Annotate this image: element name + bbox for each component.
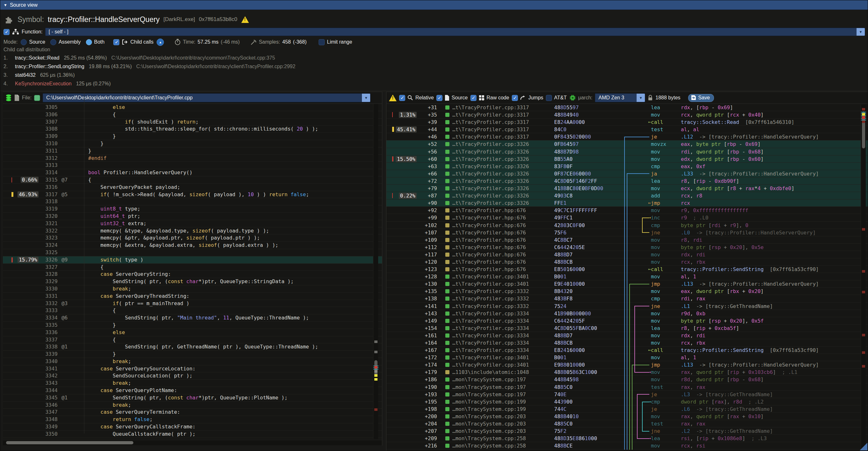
line-number[interactable]: 3331 [39, 293, 59, 300]
asm-row[interactable]: +164…t\TracyProfiler.cpp:3334488BCBmovrc… [386, 339, 868, 347]
line-number[interactable]: 3308 [39, 125, 59, 133]
line-number[interactable]: 3340 [39, 358, 59, 365]
mode-option-source[interactable]: Source [21, 39, 45, 45]
asm-source-location[interactable]: …t\TracyProfiler.cpp:3401 [452, 273, 538, 280]
source-line[interactable]: 3322 memcpy( &type, &payload.type, sizeo… [3, 228, 382, 235]
asm-source-location[interactable]: …t\TracyProfiler.hpp:676 [452, 251, 538, 258]
asm-row[interactable]: +66…t\TracyProfiler.cpp:33260F87CE060000… [386, 170, 868, 177]
asm-source-location[interactable]: …mon\TracySystem.cpp:199 [452, 398, 538, 405]
line-number[interactable]: 3306 [39, 111, 59, 119]
child-call-row[interactable]: 4.KeSynchronizeExecution125 μs (0.27%) [3, 80, 296, 87]
asm-row[interactable]: +39…t\TracyProfiler.cpp:3317E824AA0000←c… [386, 119, 868, 126]
asm-source-location[interactable]: …mon\TracySystem.cpp:203 [452, 413, 538, 420]
source-line[interactable]: 15.79%3326@9 switch( type ) [3, 257, 382, 264]
asm-source-location[interactable]: …mon\TracySystem.cpp:197 [452, 391, 538, 398]
source-line[interactable]: 3321 uint32_t extra; [3, 220, 382, 228]
asm-source-location[interactable]: …t\TracyProfiler.hpp:676 [452, 258, 538, 266]
line-number[interactable]: 3310 [39, 140, 59, 147]
source-line[interactable]: 3347 case ServerQueryTerminate: [3, 409, 382, 416]
source-line[interactable]: 3341 case ServerQuerySourceLocation: [3, 365, 382, 373]
asm-source-location[interactable]: …t\TracyProfiler.cpp:3317 [452, 133, 538, 141]
asm-row[interactable]: +193…mon\TracySystem.cpp:197740Eje.L3 ->… [386, 391, 868, 398]
source-checkbox[interactable] [436, 95, 442, 101]
line-number[interactable]: 3316 [39, 184, 59, 191]
asm-row[interactable]: 0.22%+87…t\TracyProfiler.cpp:33264903C8a… [386, 192, 868, 200]
line-number[interactable]: 3327 [39, 264, 59, 271]
asm-row[interactable]: +120…t\TracyProfiler.hpp:676488BCBmovrcx… [386, 258, 868, 266]
line-number[interactable]: 3321 [39, 220, 59, 228]
source-line[interactable]: 3334@6 SendString( ptr, "Main thread", 1… [3, 314, 382, 322]
asm-row[interactable]: +99…t\TracyProfiler.hpp:67649FFC1→incr9 … [386, 214, 868, 221]
asm-row[interactable]: +190…mon\TracySystem.cpp:1974885C0testra… [386, 384, 868, 391]
jumps-toggle[interactable]: Jumps [512, 95, 543, 101]
asm-source-location[interactable]: …t\TracyProfiler.cpp:3326 [452, 192, 538, 200]
asm-source-location[interactable]: …mon\TracySystem.cpp:197 [452, 384, 538, 391]
asm-row[interactable]: +174…t\TracyProfiler.cpp:3401E9B8010000j… [386, 361, 868, 368]
source-line[interactable]: 3316 ServerQueryPacket payload; [3, 184, 382, 191]
att-checkbox[interactable] [546, 95, 552, 101]
asm-row[interactable]: +138…t\TracyProfiler.cpp:3332483BF8cmprd… [386, 295, 868, 302]
source-line[interactable]: 3332@3 if( ptr == m_mainThread ) [3, 300, 382, 307]
asm-source-location[interactable]: …t\TracyProfiler.cpp:3332 [452, 288, 538, 295]
asm-row[interactable]: +186…mon\TracySystem.cpp:197448B4598movr… [386, 376, 868, 383]
child-call-row[interactable]: 3.stat64i32625 μs (1.36%) [3, 72, 296, 78]
source-line[interactable]: 3343 break; [3, 380, 382, 387]
asm-row[interactable]: +143…t\TracyProfiler.cpp:333441B90B00000… [386, 310, 868, 317]
jumps-checkbox[interactable] [512, 95, 518, 101]
asm-source-location[interactable]: …t\TracyProfiler.cpp:3317 [452, 104, 538, 111]
limit-range-checkbox[interactable] [319, 39, 325, 45]
asm-source-location[interactable]: …t\TracyProfiler.cpp:3401 [452, 361, 538, 368]
asm-row[interactable]: +63…t\TracyProfiler.cpp:332683F80Fcmpeax… [386, 163, 868, 170]
source-line[interactable]: 3344 case ServerQueryPlotName: [3, 387, 382, 394]
asm-source-location[interactable]: …t\TracyProfiler.hpp:676 [452, 266, 538, 273]
asm-row[interactable]: +112…t\TracyProfiler.hpp:676C64424205Emo… [386, 244, 868, 251]
source-line[interactable]: 3348 return false; [3, 416, 382, 423]
asm-source-location[interactable]: …t\TracyProfiler.cpp:3334 [452, 347, 538, 354]
asm-row[interactable]: +128…t\TracyProfiler.cpp:3401B001moval, … [386, 273, 868, 280]
source-line[interactable]: 3340 break; [3, 358, 382, 365]
asm-source-location[interactable]: …mon\TracySystem.cpp:258 [452, 435, 538, 442]
line-number[interactable]: 3325 [39, 249, 59, 257]
asm-source-location[interactable]: …t\TracyProfiler.cpp:3326 [452, 170, 538, 177]
source-line[interactable]: 3350 QueueCallstackFrame( ptr ); [3, 431, 382, 438]
source-horizontal-scrollbar[interactable] [3, 440, 382, 445]
asm-source-location[interactable]: …t\TracyProfiler.cpp:3326 [452, 177, 538, 185]
asm-row[interactable]: +161…t\TracyProfiler.cpp:3334488BD7movrd… [386, 332, 868, 339]
asm-source-location[interactable]: …t\TracyProfiler.cpp:3401 [452, 280, 538, 288]
uarch-dropdown[interactable]: AMD Zen 3 ▼ [595, 93, 645, 102]
source-line[interactable]: 3335 } [3, 322, 382, 329]
line-number[interactable]: 3347 [39, 409, 59, 416]
source-line[interactable]: 3337 { [3, 336, 382, 344]
asm-source-location[interactable]: …t\TracyProfiler.cpp:3334 [452, 332, 538, 339]
function-dropdown[interactable]: [ - self - ] ▼ [45, 28, 865, 36]
line-number[interactable]: 3346 [39, 402, 59, 409]
line-number[interactable]: 3328 [39, 271, 59, 278]
asm-source-location[interactable]: …t\TracyProfiler.cpp:3317 [452, 126, 538, 133]
line-number[interactable]: 3336 [39, 329, 59, 336]
source-line[interactable]: 3313 [3, 162, 382, 169]
line-number[interactable]: 3307 [39, 119, 59, 126]
child-call-row[interactable]: 2.tracy::Profiler::SendLongString19.88 m… [3, 63, 296, 70]
line-number[interactable]: 3309 [39, 133, 59, 140]
line-number[interactable]: 3305 [39, 104, 59, 111]
asm-row[interactable]: +92…t\TracyProfiler.hpp:67649C7C1FFFFFFF… [386, 207, 868, 214]
source-line[interactable]: 3333 { [3, 307, 382, 314]
collapse-icon[interactable]: ▼ [3, 3, 7, 7]
asm-source-location[interactable]: …t\TracyProfiler.hpp:676 [452, 229, 538, 236]
line-number[interactable]: 3314 [39, 169, 59, 176]
asm-source-location[interactable]: …t\TracyProfiler.cpp:3334 [452, 325, 538, 332]
asm-source-location[interactable]: …t\TracyProfiler.cpp:3332 [452, 295, 538, 302]
source-line[interactable]: 3320 uint64_t ptr; [3, 213, 382, 220]
source-line[interactable]: 3325 [3, 249, 382, 257]
asm-row[interactable]: +31…t\TracyProfiler.cpp:3317488D5597lear… [386, 104, 868, 111]
source-line[interactable]: 3330 break; [3, 285, 382, 293]
source-line[interactable]: 0.66%3315@7{ [3, 176, 382, 184]
raw-code-checkbox[interactable] [470, 95, 476, 101]
source-line[interactable]: 3323 memcpy( &ptr, &payload.ptr, sizeof(… [3, 234, 382, 242]
asm-row[interactable]: +135…t\TracyProfiler.cpp:33328B4320movea… [386, 288, 868, 295]
source-line[interactable]: 3305 else [3, 104, 382, 111]
source-line[interactable]: 3310 } [3, 140, 382, 147]
line-number[interactable]: 3337 [39, 336, 59, 344]
line-number[interactable]: 3313 [39, 162, 59, 169]
line-number[interactable]: 3317 [39, 191, 59, 199]
